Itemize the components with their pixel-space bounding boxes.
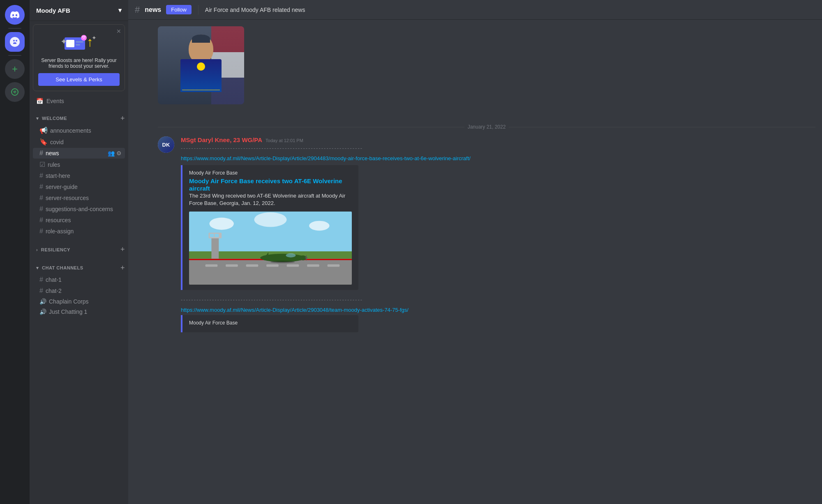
chat-channels-group-header[interactable]: ▾ CHAT CHANNELS + [30, 264, 128, 274]
speaker-icon: 🔊 [39, 298, 46, 305]
discord-icon-bar: + [0, 0, 30, 504]
resiliency-channel-group: › RESILIENCY + [30, 239, 128, 257]
channel-actions: 👥 ⚙ [108, 150, 122, 156]
svg-point-3 [254, 212, 286, 227]
welcome-group-label: ▾ WELCOME [36, 116, 67, 121]
svg-rect-18 [215, 234, 219, 237]
members-icon[interactable]: 👥 [108, 150, 115, 156]
date-divider: January 21, 2022 [158, 124, 815, 130]
sidebar-divider-2 [8, 55, 21, 56]
svg-rect-17 [210, 234, 214, 237]
topbar-hash-icon: # [135, 5, 140, 15]
add-server-button[interactable]: + [5, 59, 25, 79]
channel-name: chat-1 [46, 276, 62, 283]
channel-item-suggestions[interactable]: # suggestions-and-concerns [33, 204, 125, 214]
events-label: Events [46, 98, 64, 104]
message-separator-2: ----------------------------------------… [181, 297, 815, 303]
boost-image: 🛡 ↑ ✦ ✦ [62, 30, 95, 54]
follow-button[interactable]: Follow [166, 5, 192, 14]
hash-icon: # [39, 183, 43, 191]
calendar-icon: 📅 [36, 98, 43, 104]
channel-name: server-guide [46, 184, 78, 190]
svg-rect-10 [246, 265, 259, 267]
boost-close-button[interactable]: ✕ [116, 28, 121, 35]
welcome-group-header[interactable]: ▾ WELCOME + [30, 114, 128, 124]
channel-item-chat-1[interactable]: # chat-1 [33, 274, 125, 285]
boost-banner-text: Server Boosts are here! Rally your frien… [38, 58, 120, 69]
embed-title-1[interactable]: Moody Air Force Base receives two AT-6E … [189, 177, 342, 192]
megaphone-icon: 📢 [39, 127, 48, 134]
svg-rect-15 [211, 236, 219, 259]
portrait-image-container [158, 26, 815, 111]
discord-home-button[interactable] [5, 5, 25, 25]
channel-item-news[interactable]: # news 👥 ⚙ [33, 148, 125, 159]
svg-point-23 [286, 253, 296, 258]
embed-2: Moody Air Force Base [181, 315, 358, 332]
server-icon-moody[interactable] [5, 32, 25, 52]
channel-item-covid[interactable]: 🔖 covid [33, 136, 125, 147]
add-channel-welcome-button[interactable]: + [120, 114, 125, 123]
channel-name: Just Chatting 1 [49, 308, 87, 315]
channel-name: news [46, 150, 59, 156]
channel-item-rules[interactable]: ☑ rules [33, 159, 125, 170]
channel-item-chaplain-corps[interactable]: 🔊 Chaplain Corps [33, 297, 125, 306]
main-content: # news Follow Air Force and Moody AFB re… [128, 0, 822, 504]
server-header[interactable]: Moody AFB ▾ [30, 0, 128, 21]
message-group-1: DK MSgt Daryl Knee, 23 WG/PA Today at 12… [158, 136, 815, 332]
portrait-image [158, 26, 244, 104]
hash-icon: # [39, 194, 43, 202]
hash-icon: # [39, 150, 43, 157]
message-header-1: MSgt Daryl Knee, 23 WG/PA Today at 12:01… [181, 136, 815, 143]
add-channel-resiliency-button[interactable]: + [120, 245, 125, 254]
resiliency-group-header[interactable]: › RESILIENCY + [30, 245, 128, 255]
channel-item-role-assign[interactable]: # role-assign [33, 226, 125, 237]
channel-item-server-resources[interactable]: # server-resources [33, 193, 125, 203]
message-time-1: Today at 12:01 PM [266, 138, 303, 143]
topbar: # news Follow Air Force and Moody AFB re… [128, 0, 822, 20]
date-label: January 21, 2022 [468, 124, 506, 130]
channel-item-start-here[interactable]: # start-here [33, 170, 125, 181]
add-channel-chat-button[interactable]: + [120, 264, 125, 272]
topbar-channel-name: news [145, 6, 161, 14]
hash-icon: # [39, 172, 43, 180]
channel-name: Chaplain Corps [49, 298, 89, 305]
channel-item-announcements[interactable]: 📢 announcements [33, 125, 125, 136]
see-levels-perks-button[interactable]: See Levels & Perks [38, 73, 120, 86]
channel-name: announcements [50, 127, 91, 134]
channel-item-chat-2[interactable]: # chat-2 [33, 285, 125, 296]
embed-description-1: The 23rd Wing received two AT-6E Wolveri… [189, 192, 352, 207]
explore-servers-button[interactable] [5, 82, 25, 102]
message-separator-1: ----------------------------------------… [181, 145, 815, 151]
embed-site-name-1: Moody Air Force Base [189, 170, 352, 176]
events-section[interactable]: 📅 Events [30, 94, 128, 108]
chat-channels-label: ▾ CHAT CHANNELS [36, 265, 83, 271]
channel-name: rules [48, 161, 60, 168]
channel-name: resources [46, 217, 71, 223]
message-link-1[interactable]: https://www.moody.af.mil/News/Article-Di… [181, 155, 471, 161]
hash-icon: # [39, 205, 43, 213]
channel-name: chat-2 [46, 288, 62, 294]
message-link-2[interactable]: https://www.moody.af.mil/News/Article-Di… [181, 307, 409, 313]
message-content-1: MSgt Daryl Knee, 23 WG/PA Today at 12:01… [181, 136, 815, 332]
svg-rect-6 [189, 259, 352, 285]
server-name: Moody AFB [36, 7, 70, 14]
message-avatar-1: DK [158, 136, 174, 153]
channel-item-resources[interactable]: # resources [33, 215, 125, 226]
svg-rect-9 [226, 265, 238, 267]
channel-name: covid [50, 139, 64, 145]
welcome-channel-group: ▾ WELCOME + 📢 announcements 🔖 covid # ne… [30, 108, 128, 239]
hash-icon: # [39, 276, 43, 283]
channel-item-just-chatting[interactable]: 🔊 Just Chatting 1 [33, 307, 125, 317]
chat-channels-group: ▾ CHAT CHANNELS + # chat-1 # chat-2 🔊 Ch… [30, 257, 128, 319]
svg-point-2 [210, 218, 234, 230]
settings-icon[interactable]: ⚙ [116, 150, 122, 156]
message-author-1: MSgt Daryl Knee, 23 WG/PA [181, 136, 262, 143]
embed-site-name-2: Moody Air Force Base [189, 320, 352, 326]
hash-icon: # [39, 216, 43, 224]
hash-icon: 🔖 [39, 138, 48, 146]
channel-item-server-guide[interactable]: # server-guide [33, 182, 125, 192]
boost-banner: ✕ 🛡 ↑ ✦ ✦ Server Boosts ar [33, 24, 125, 91]
svg-rect-11 [266, 265, 279, 267]
messages-area: January 21, 2022 DK MSgt Daryl Knee, 23 … [128, 20, 822, 504]
channel-name: role-assign [46, 228, 74, 235]
